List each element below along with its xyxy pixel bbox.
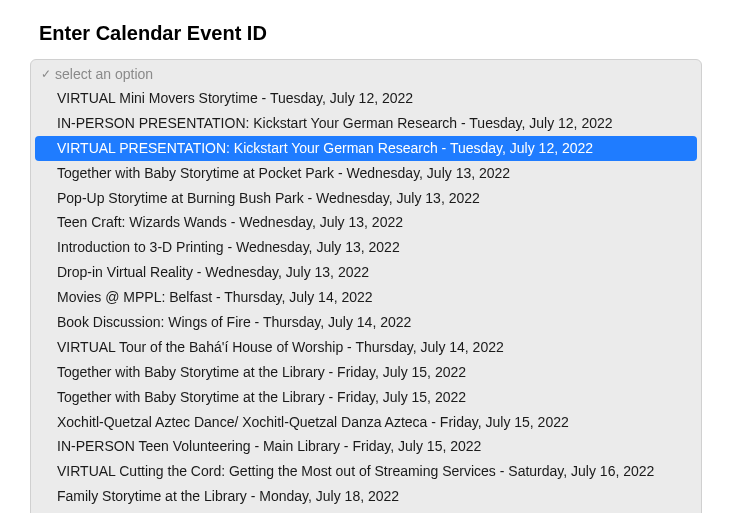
event-select-dropdown[interactable]: ✓ select an option VIRTUAL Mini Movers S… (30, 59, 702, 513)
select-placeholder-text: select an option (55, 66, 153, 82)
page-title: Enter Calendar Event ID (39, 22, 736, 45)
select-option[interactable]: Drop-in Virtual Reality - Wednesday, Jul… (35, 260, 697, 285)
select-option[interactable]: Introduction to 3-D Printing - Wednesday… (35, 235, 697, 260)
select-option[interactable]: Pop-Up Storytime at Burning Bush Park - … (35, 186, 697, 211)
select-option[interactable]: Xochitl-Quetzal Aztec Dance/ Xochitl-Que… (35, 410, 697, 435)
select-option[interactable]: VIRTUAL Cutting the Cord: Getting the Mo… (35, 459, 697, 484)
select-option[interactable]: Teen Craft: Wizards Wands - Wednesday, J… (35, 210, 697, 235)
select-placeholder-row: ✓ select an option (35, 66, 697, 86)
select-option[interactable]: Night Off? Game On! - Monday, July 18, 2… (35, 509, 697, 513)
select-option[interactable]: Family Storytime at the Library - Monday… (35, 484, 697, 509)
select-option[interactable]: IN-PERSON PRESENTATION: Kickstart Your G… (35, 111, 697, 136)
select-option[interactable]: Together with Baby Storytime at the Libr… (35, 360, 697, 385)
select-option[interactable]: Together with Baby Storytime at the Libr… (35, 385, 697, 410)
select-option[interactable]: VIRTUAL Mini Movers Storytime - Tuesday,… (35, 86, 697, 111)
select-option[interactable]: VIRTUAL Tour of the Bahá'í House of Wors… (35, 335, 697, 360)
select-option[interactable]: Together with Baby Storytime at Pocket P… (35, 161, 697, 186)
select-option[interactable]: IN-PERSON Teen Volunteering - Main Libra… (35, 434, 697, 459)
options-list: VIRTUAL Mini Movers Storytime - Tuesday,… (35, 86, 697, 513)
select-option[interactable]: Movies @ MPPL: Belfast - Thursday, July … (35, 285, 697, 310)
select-option[interactable]: Book Discussion: Wings of Fire - Thursda… (35, 310, 697, 335)
check-icon: ✓ (39, 67, 53, 81)
select-option[interactable]: VIRTUAL PRESENTATION: Kickstart Your Ger… (35, 136, 697, 161)
